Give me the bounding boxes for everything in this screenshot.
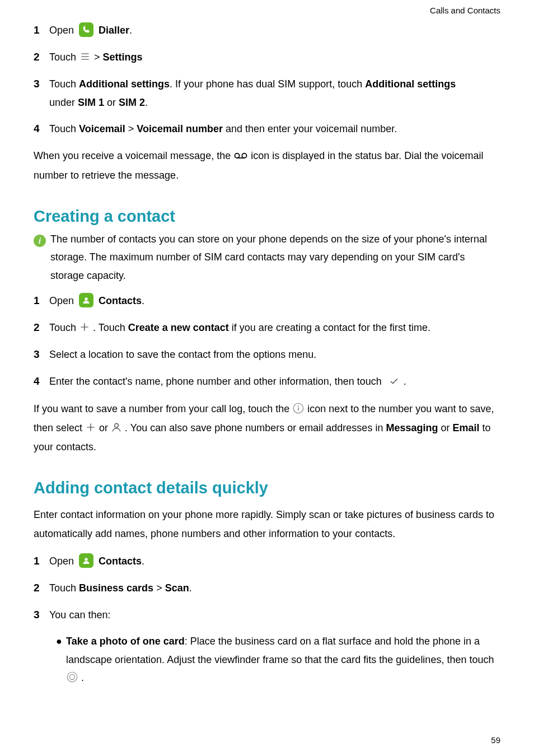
bullet-list: ● Take a photo of one card: Place the bu… bbox=[56, 632, 500, 687]
contacts-app-icon bbox=[79, 293, 93, 307]
info-note: i The number of contacts you can store o… bbox=[34, 230, 500, 284]
step-3-select-location: 3 Select a location to save the contact … bbox=[34, 345, 500, 364]
step-number: 2 bbox=[34, 48, 49, 67]
step-body: Select a location to save the contact fr… bbox=[49, 346, 500, 363]
text: . Touch bbox=[93, 322, 128, 333]
text: Enter the contact's name, phone number a… bbox=[49, 376, 385, 387]
contacts-label: Contacts bbox=[99, 295, 142, 306]
page: Calls and Contacts 1 Open Dialler. 2 Tou… bbox=[0, 0, 534, 756]
step-4-voicemail: 4 Touch Voicemail > Voicemail number and… bbox=[34, 119, 500, 138]
label: Voicemail number bbox=[137, 123, 223, 134]
menu-icon bbox=[79, 51, 91, 62]
svg-point-3 bbox=[85, 297, 87, 300]
step-body: Touch . Touch Create a new contact if yo… bbox=[49, 319, 500, 337]
text: . bbox=[404, 376, 406, 387]
step-number: 2 bbox=[34, 578, 49, 598]
settings-label: Settings bbox=[103, 52, 143, 63]
step-3-additional-settings: 3 Touch Additional settings. If your pho… bbox=[34, 74, 500, 111]
step-number: 4 bbox=[34, 372, 49, 391]
label: Voicemail bbox=[79, 123, 125, 134]
bullet-body: Take a photo of one card: Place the busi… bbox=[66, 632, 500, 687]
step-number: 1 bbox=[34, 552, 49, 571]
step-1-open-dialler: 1 Open Dialler. bbox=[34, 21, 500, 40]
step-number: 4 bbox=[34, 119, 49, 138]
step-1-open-contacts: 1 Open Contacts. bbox=[34, 291, 500, 310]
step-body: Open Contacts. bbox=[49, 552, 500, 570]
person-outline-icon bbox=[111, 421, 122, 433]
text: Touch bbox=[49, 78, 79, 90]
text: Select a location to save the contact fr… bbox=[49, 349, 316, 360]
step-2-touch-settings: 2 Touch > Settings bbox=[34, 48, 500, 67]
label: Business cards bbox=[79, 582, 153, 594]
step-number: 3 bbox=[34, 345, 49, 364]
step-body: You can then: bbox=[49, 606, 500, 624]
text: Open bbox=[49, 295, 77, 306]
text: . You can also save phone numbers or ema… bbox=[125, 422, 386, 433]
text: . bbox=[142, 295, 144, 306]
bullet-dot-icon: ● bbox=[56, 632, 66, 650]
label: SIM 2 bbox=[119, 97, 145, 108]
text: Open bbox=[49, 556, 77, 567]
step-body: Touch > Settings bbox=[49, 48, 500, 66]
bullet-take-photo: ● Take a photo of one card: Place the bu… bbox=[56, 632, 500, 687]
info-circle-icon bbox=[292, 402, 305, 414]
dialler-label: Dialler bbox=[99, 25, 129, 36]
step-4-enter-info: 4 Enter the contact's name, phone number… bbox=[34, 372, 500, 391]
label: Create a new contact bbox=[128, 322, 229, 333]
svg-point-0 bbox=[235, 153, 240, 158]
info-badge-icon: i bbox=[34, 235, 46, 247]
step-number: 3 bbox=[34, 605, 49, 624]
svg-point-1 bbox=[242, 153, 247, 158]
step-body: Touch Additional settings. If your phone… bbox=[49, 75, 500, 111]
label: Scan bbox=[165, 582, 189, 594]
svg-point-7 bbox=[115, 423, 119, 427]
heading-creating-contact: Creating a contact bbox=[34, 207, 500, 226]
step-2-business-cards: 2 Touch Business cards > Scan. bbox=[34, 578, 500, 598]
plus-icon bbox=[79, 321, 90, 333]
adding-steps: 1 Open Contacts. 2 Touch Business cards … bbox=[34, 552, 500, 625]
check-icon bbox=[388, 376, 400, 386]
svg-point-10 bbox=[69, 675, 74, 680]
svg-point-9 bbox=[67, 672, 77, 682]
text: When you receive a voicemail message, th… bbox=[34, 150, 233, 161]
step-body: Enter the contact's name, phone number a… bbox=[49, 372, 500, 390]
step-body: Touch Business cards > Scan. bbox=[49, 579, 500, 597]
text: You can then: bbox=[49, 609, 110, 620]
dialler-app-icon bbox=[79, 22, 93, 37]
label: Additional settings bbox=[79, 78, 170, 90]
voicemail-paragraph: When you receive a voicemail message, th… bbox=[34, 146, 500, 184]
text: . bbox=[142, 556, 144, 567]
text: > bbox=[125, 123, 137, 134]
text: and then enter your voicemail number. bbox=[223, 123, 397, 134]
shutter-icon bbox=[66, 671, 78, 683]
label: Take a photo of one card bbox=[66, 636, 185, 647]
step-number: 3 bbox=[34, 74, 49, 94]
text: > bbox=[153, 582, 165, 594]
creating-paragraph: If you want to save a number from your c… bbox=[34, 399, 500, 457]
step-body: Touch Voicemail > Voicemail number and t… bbox=[49, 120, 500, 138]
text: Open bbox=[49, 25, 77, 36]
continuation: under SIM 1 or SIM 2. bbox=[49, 94, 500, 111]
breadcrumb: Calls and Contacts bbox=[34, 6, 500, 15]
svg-point-5 bbox=[298, 405, 299, 407]
text: > bbox=[94, 52, 103, 63]
text: If you want to save a number from your c… bbox=[34, 403, 292, 414]
text: or bbox=[438, 422, 452, 433]
step-number: 1 bbox=[34, 291, 49, 310]
text: or bbox=[99, 422, 111, 433]
text: Touch bbox=[49, 582, 79, 594]
label: SIM 1 bbox=[78, 97, 104, 108]
text: under bbox=[49, 97, 78, 108]
label: Email bbox=[452, 422, 479, 433]
step-body: Open Dialler. bbox=[49, 21, 500, 39]
contacts-label: Contacts bbox=[99, 556, 142, 567]
text: . bbox=[145, 97, 148, 108]
note-text: The number of contacts you can store on … bbox=[50, 230, 500, 284]
page-number: 59 bbox=[491, 735, 500, 745]
step-body: Open Contacts. bbox=[49, 292, 500, 310]
step-2-touch-plus: 2 Touch . Touch Create a new contact if … bbox=[34, 318, 500, 337]
step-number: 1 bbox=[34, 21, 49, 40]
text: . If your phone has dual SIM support, to… bbox=[170, 78, 365, 90]
adding-intro: Enter contact information on your phone … bbox=[34, 505, 500, 543]
info-icon: i bbox=[34, 230, 50, 249]
